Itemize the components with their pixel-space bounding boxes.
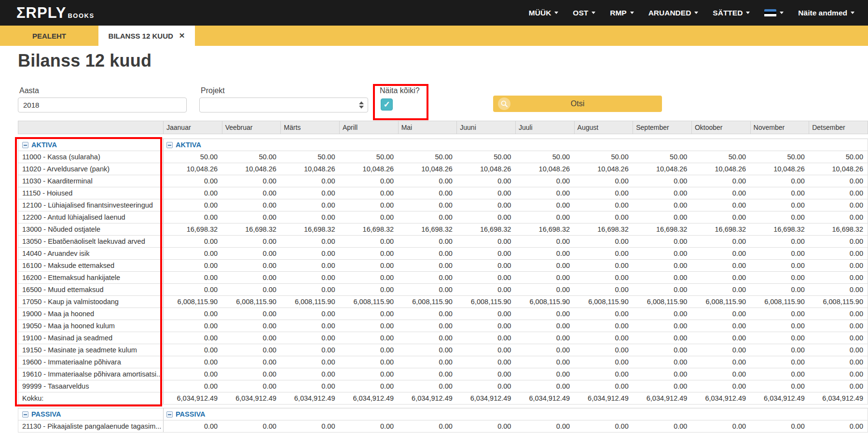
nav-item-muuk[interactable]: MÜÜK bbox=[529, 9, 559, 17]
month-value: 6,008,115.90 bbox=[515, 296, 574, 308]
month-value: 0.00 bbox=[574, 187, 633, 199]
nav-item-rmp[interactable]: RMP bbox=[610, 9, 634, 17]
empty-cell bbox=[809, 139, 868, 151]
account-label[interactable]: 12200 - Antud lühiajalised laenud bbox=[18, 211, 164, 224]
nav-item-language[interactable] bbox=[764, 9, 784, 17]
account-label[interactable]: 19600 - Immateriaalne põhivara bbox=[18, 356, 164, 368]
account-row: 19000 - Maa ja hooned0.000.000.000.000.0… bbox=[18, 308, 868, 320]
month-value: 0.00 bbox=[457, 284, 516, 296]
account-row: 11150 - Hoiused0.000.000.000.000.000.000… bbox=[18, 187, 868, 199]
month-value: 0.00 bbox=[339, 272, 398, 284]
account-label[interactable]: 17050 - Kaup ja valmistoodang bbox=[18, 296, 164, 308]
month-value: 0.00 bbox=[457, 211, 516, 224]
account-label[interactable]: 11000 - Kassa (sularaha) bbox=[18, 151, 164, 163]
month-value: 0.00 bbox=[633, 175, 692, 187]
account-label[interactable]: 16200 - Ettemaksud hankijatele bbox=[18, 272, 164, 284]
nav-item-label: RMP bbox=[610, 9, 626, 17]
month-value: 0.00 bbox=[809, 187, 868, 199]
search-button[interactable]: Otsi bbox=[493, 96, 662, 112]
account-label[interactable]: 19050 - Maa ja hooned kulum bbox=[18, 320, 164, 332]
collapse-icon[interactable] bbox=[166, 411, 173, 418]
account-label[interactable]: 19100 - Masinad ja seadmed bbox=[18, 332, 164, 344]
account-label[interactable]: 13050 - Ebatõenäoliselt laekuvad arved bbox=[18, 236, 164, 248]
account-label[interactable]: 12100 - Lühiajalised finantsinvesteering… bbox=[18, 199, 164, 211]
account-label[interactable]: 11030 - Kaarditerminal bbox=[18, 175, 164, 187]
account-label[interactable]: 14040 - Aruandev isik bbox=[18, 248, 164, 260]
nav-item-label: SÄTTED bbox=[713, 9, 743, 17]
month-value: 0.00 bbox=[398, 199, 457, 211]
month-value: 0.00 bbox=[457, 344, 516, 356]
month-value: 0.00 bbox=[750, 308, 809, 320]
erply-books-logo[interactable]: ΣRPLY BOOKS bbox=[16, 5, 95, 20]
year-input[interactable] bbox=[18, 98, 187, 112]
month-value: 0.00 bbox=[515, 332, 574, 344]
tab-bar: PEALEHT BILANSS 12 KUUD ✕ bbox=[0, 26, 868, 46]
month-value: 0.00 bbox=[457, 332, 516, 344]
month-header-november: November bbox=[750, 121, 809, 134]
month-value: 0.00 bbox=[222, 368, 281, 380]
month-value: 16,698.32 bbox=[515, 224, 574, 236]
close-icon[interactable]: ✕ bbox=[179, 31, 185, 40]
nav-item-aruanded[interactable]: ARUANDED bbox=[648, 9, 699, 17]
month-value: 0.00 bbox=[750, 260, 809, 272]
month-value: 0.00 bbox=[164, 199, 222, 211]
month-value: 0.00 bbox=[398, 272, 457, 284]
month-value: 0.00 bbox=[809, 320, 868, 332]
account-label[interactable]: 11150 - Hoiused bbox=[18, 187, 164, 199]
collapse-icon[interactable] bbox=[22, 142, 28, 148]
month-value: 0.00 bbox=[809, 260, 868, 272]
nav-item-account[interactable]: Näite andmed bbox=[798, 9, 854, 17]
account-label[interactable]: 19610 - Immateriaalse põhivara amortisat… bbox=[18, 368, 164, 380]
show-all-label: Näita kõiki? bbox=[380, 86, 420, 95]
month-value: 0.00 bbox=[398, 175, 457, 187]
nav-item-ost[interactable]: OST bbox=[573, 9, 595, 17]
collapse-icon[interactable] bbox=[22, 411, 28, 418]
month-value: 0.00 bbox=[750, 211, 809, 224]
section-header-passiva[interactable]: PASSIVA bbox=[18, 408, 164, 420]
estonian-flag-icon bbox=[764, 9, 776, 17]
month-value: 0.00 bbox=[281, 332, 340, 344]
account-label[interactable]: 19150 - Masinate ja seadmete kulum bbox=[18, 344, 164, 356]
month-value: 0.00 bbox=[398, 248, 457, 260]
month-value: 50.00 bbox=[222, 151, 281, 163]
collapse-icon[interactable] bbox=[166, 142, 173, 148]
month-value: 10,048.26 bbox=[398, 163, 457, 175]
month-header-juuni: Juuni bbox=[457, 121, 516, 134]
month-value: 0.00 bbox=[339, 236, 398, 248]
month-value: 0.00 bbox=[515, 260, 574, 272]
month-value: 0.00 bbox=[750, 368, 809, 380]
account-label[interactable]: 16100 - Maksude ettemaksed bbox=[18, 260, 164, 272]
project-select[interactable] bbox=[199, 98, 368, 112]
month-header-juuli: Juuli bbox=[515, 121, 574, 134]
account-label[interactable]: 13000 - Nõuded ostjatele bbox=[18, 224, 164, 236]
month-value: 0.00 bbox=[633, 272, 692, 284]
empty-cell bbox=[457, 408, 516, 420]
month-value: 0.00 bbox=[281, 284, 340, 296]
show-all-checkbox[interactable] bbox=[381, 98, 393, 111]
total-value: 6,034,912.49 bbox=[633, 392, 692, 405]
month-value: 0.00 bbox=[574, 248, 633, 260]
account-label[interactable]: 99999 - Tasaarveldus bbox=[18, 380, 164, 392]
account-label[interactable]: 21130 - Pikaajaliste pangalaenude tagasi… bbox=[18, 420, 164, 433]
month-value: 16,698.32 bbox=[633, 224, 692, 236]
account-label[interactable]: 19000 - Maa ja hooned bbox=[18, 308, 164, 320]
section-header-aktiva[interactable]: AKTIVA bbox=[18, 139, 164, 151]
spacer-row bbox=[18, 134, 868, 139]
month-value: 0.00 bbox=[398, 380, 457, 392]
month-value: 0.00 bbox=[457, 175, 516, 187]
month-value: 0.00 bbox=[691, 320, 750, 332]
page-title: Bilanss 12 kuud bbox=[18, 51, 152, 71]
month-value: 0.00 bbox=[574, 211, 633, 224]
month-value: 0.00 bbox=[339, 356, 398, 368]
tab-bilanss-12-kuud[interactable]: BILANSS 12 KUUD ✕ bbox=[98, 26, 195, 46]
month-value: 0.00 bbox=[515, 368, 574, 380]
empty-cell bbox=[809, 408, 868, 420]
account-row: 21130 - Pikaajaliste pangalaenude tagasi… bbox=[18, 420, 868, 433]
tab-pealeht[interactable]: PEALEHT bbox=[0, 26, 98, 46]
month-value: 0.00 bbox=[398, 420, 457, 433]
account-label[interactable]: 16500 - Muud ettemaksud bbox=[18, 284, 164, 296]
month-header-mai: Mai bbox=[398, 121, 457, 134]
account-label[interactable]: 11020 - Arveldusarve (pank) bbox=[18, 163, 164, 175]
nav-item-satted[interactable]: SÄTTED bbox=[713, 9, 750, 17]
month-value: 0.00 bbox=[809, 236, 868, 248]
